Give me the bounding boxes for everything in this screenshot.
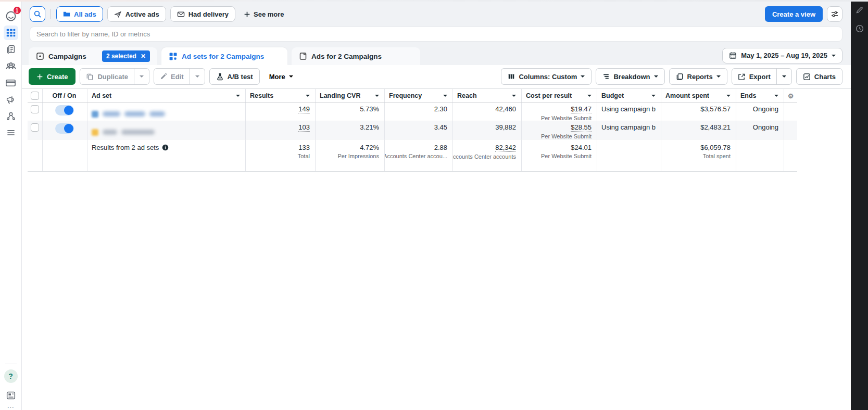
header-off-on: Off / On	[42, 89, 87, 102]
info-icon[interactable]	[162, 144, 169, 151]
header-label: Reach	[457, 92, 477, 99]
create-a-view-button[interactable]: Create a view	[765, 6, 823, 22]
frequency-value: 2.30	[434, 105, 447, 113]
ends-value: Ongoing	[753, 123, 778, 131]
filter-pill-all-ads[interactable]: All ads	[56, 6, 103, 22]
duplicate-button[interactable]: Duplicate	[80, 69, 134, 84]
header-label: Frequency	[389, 92, 422, 99]
filter-pill-had-delivery[interactable]: Had delivery	[170, 6, 235, 22]
create-button[interactable]: Create	[29, 68, 76, 85]
adsets-table: Off / On Ad set Results Landing CVR Freq…	[22, 88, 851, 172]
sidebar-item-menu[interactable]	[4, 125, 18, 140]
header-label: Ends	[740, 92, 757, 99]
summary-frequency-sub: Per Accounts Center accou...	[384, 153, 447, 159]
close-icon[interactable]: ✕	[141, 53, 146, 60]
toggle-knob	[64, 124, 73, 133]
search-button[interactable]	[30, 6, 45, 22]
summary-cost-sub: Per Website Submit	[541, 153, 592, 159]
charts-button[interactable]: Charts	[796, 68, 842, 85]
more-label: More	[269, 73, 285, 81]
ab-test-button[interactable]: A/B test	[209, 68, 260, 85]
export-menu-button[interactable]	[776, 69, 791, 84]
columns-button[interactable]: Columns: Custom	[501, 68, 592, 85]
export-button[interactable]: Export	[732, 69, 776, 84]
sidebar-item-billing[interactable]	[4, 75, 18, 90]
column-settings-button[interactable]: ⚙	[784, 89, 797, 102]
date-range-picker[interactable]: May 1, 2025 – Aug 19, 2025	[722, 48, 842, 63]
select-all-checkbox[interactable]	[31, 92, 39, 100]
more-button[interactable]: More	[264, 68, 298, 85]
header-ends[interactable]: Ends	[736, 89, 784, 102]
reports-icon	[676, 73, 684, 81]
selected-count-badge[interactable]: 2 selected ✕	[102, 50, 150, 62]
see-more-button[interactable]: See more	[240, 10, 288, 18]
row-checkbox[interactable]	[31, 105, 39, 113]
actions-toolbar: Create Duplicate Edit	[22, 65, 851, 88]
envelope-icon	[177, 10, 185, 18]
edit-menu-button[interactable]	[190, 69, 205, 84]
duplicate-menu-button[interactable]	[134, 69, 149, 84]
sidebar-item-audiences[interactable]	[4, 59, 18, 73]
tab-ad-sets[interactable]: Ad sets for 2 Campaigns	[161, 47, 287, 65]
results-value[interactable]: 149	[298, 105, 310, 113]
budget-value: Using campaign bu...	[601, 105, 656, 113]
summary-frequency: 2.88	[434, 144, 447, 151]
billing-icon	[5, 77, 17, 89]
budget-value: Using campaign bu...	[601, 123, 656, 131]
chevron-down-icon	[782, 75, 786, 78]
filter-pill-active-ads[interactable]: Active ads	[107, 6, 166, 22]
header-reach[interactable]: Reach	[452, 89, 521, 102]
adsets-grid-icon	[169, 52, 178, 61]
clock-icon[interactable]	[855, 24, 864, 33]
row-select-cell	[28, 121, 42, 139]
sidebar-item-account[interactable]: 1	[4, 9, 18, 23]
cost-per-result-value[interactable]: $28.55	[571, 123, 592, 132]
advertise-icon	[5, 94, 17, 105]
edit-button[interactable]: Edit	[154, 69, 190, 84]
sidebar-item-pages[interactable]	[4, 42, 18, 57]
header-frequency[interactable]: Frequency	[384, 89, 452, 102]
results-value[interactable]: 103	[298, 123, 310, 132]
date-range-label: May 1, 2025 – Aug 19, 2025	[741, 52, 827, 59]
cost-per-result-value[interactable]: $19.47	[571, 105, 592, 113]
calendar-icon	[729, 52, 737, 59]
ad-set-toggle-on[interactable]	[55, 105, 74, 116]
menu-icon	[6, 127, 16, 138]
chevron-down-icon	[832, 55, 836, 57]
sidebar-bottom: ? ⋯	[0, 361, 21, 410]
sidebar-item-updates[interactable]	[4, 388, 18, 403]
header-cost-per-result[interactable]: Cost per result	[521, 89, 597, 102]
breakdown-label: Breakdown	[613, 73, 650, 81]
row-checkbox[interactable]	[31, 123, 39, 132]
right-rail	[851, 2, 868, 410]
pencil-icon[interactable]	[855, 6, 864, 15]
tab-ads[interactable]: Ads for 2 Campaigns	[292, 47, 420, 65]
ad-set-color-chip	[92, 129, 98, 136]
header-results[interactable]: Results	[245, 89, 315, 102]
summary-reach[interactable]: 82,342	[495, 144, 516, 152]
summary-row: Results from 2 ad sets 133Total 4.72%Per…	[28, 139, 797, 172]
tab-campaigns[interactable]: Campaigns 2 selected ✕	[29, 47, 157, 65]
header-landing-cvr[interactable]: Landing CVR	[315, 89, 384, 102]
header-budget[interactable]: Budget	[597, 89, 661, 102]
reports-button[interactable]: Reports	[669, 68, 727, 85]
header-amount-spent[interactable]: Amount spent	[661, 89, 736, 102]
ad-set-name-redacted[interactable]	[87, 103, 245, 121]
badge-label: 2 selected	[106, 53, 136, 60]
breakdown-button[interactable]: Breakdown	[596, 68, 664, 85]
sidebar-item-campaigns[interactable]	[4, 25, 18, 40]
help-button[interactable]: ?	[4, 369, 18, 383]
filter-search-input[interactable]	[30, 27, 842, 42]
sidebar-item-advertise[interactable]	[4, 92, 18, 107]
ad-set-name-redacted[interactable]	[87, 121, 245, 139]
header-ad-set[interactable]: Ad set	[87, 89, 245, 102]
plus-icon	[244, 11, 250, 18]
notification-badge: 1	[13, 6, 21, 15]
sidebar-item-assets[interactable]	[4, 109, 18, 123]
sort-caret-icon	[512, 95, 516, 97]
ad-set-toggle-on[interactable]	[55, 123, 74, 134]
redacted-text	[103, 111, 120, 117]
view-settings-button[interactable]	[827, 6, 842, 22]
see-more-label: See more	[254, 10, 284, 18]
campaigns-table-icon	[5, 27, 17, 39]
